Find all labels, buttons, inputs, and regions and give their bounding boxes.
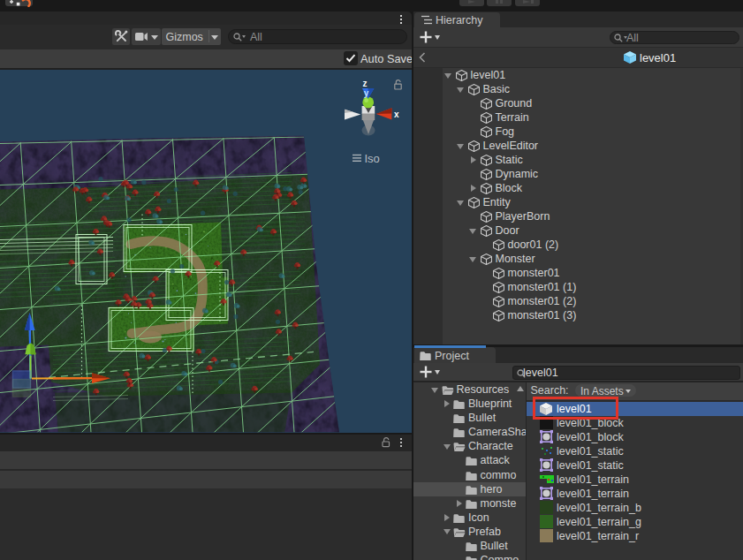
svg-text:z: z [363,79,368,88]
svg-text:x: x [394,110,399,119]
svg-text:Iso: Iso [365,151,380,164]
svg-text:y: y [364,88,369,98]
